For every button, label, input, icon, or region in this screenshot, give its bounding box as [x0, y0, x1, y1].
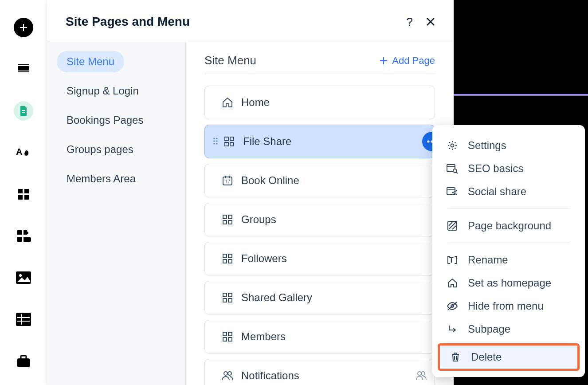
page-context-menu: Settings SEO basics Social share Page ba…: [432, 125, 585, 377]
svg-rect-32: [230, 142, 234, 146]
media-icon: [16, 271, 31, 284]
page-row-file-share[interactable]: File Share: [204, 125, 435, 158]
svg-rect-17: [16, 313, 31, 326]
svg-line-64: [456, 172, 458, 173]
svg-rect-7: [24, 189, 29, 193]
page-label: File Share: [243, 135, 291, 148]
background-icon: [447, 220, 458, 232]
svg-rect-38: [229, 176, 230, 178]
design-button[interactable]: A: [14, 143, 33, 162]
svg-point-23: [213, 138, 215, 139]
ctx-seo-basics[interactable]: SEO basics: [437, 157, 580, 180]
sidebar-item-members-area[interactable]: Members Area: [57, 168, 145, 189]
svg-rect-65: [447, 188, 455, 195]
grid-icon: [222, 214, 233, 225]
left-toolbar: A: [0, 0, 47, 385]
app-canvas: A Site Pages and Menu ?: [0, 0, 588, 385]
gear-icon: [447, 140, 458, 151]
briefcase-icon: [16, 354, 31, 368]
grid-icon: [222, 331, 233, 342]
panel-header: Site Pages and Menu ?: [47, 3, 454, 41]
panel-body: Site Menu Signup & Login Bookings Pages …: [47, 41, 454, 385]
ctx-label: Hide from menu: [468, 300, 544, 312]
sections-button[interactable]: [14, 59, 33, 79]
svg-rect-48: [223, 293, 227, 297]
ctx-social-share[interactable]: Social share: [437, 180, 580, 203]
ctx-label: Settings: [468, 139, 506, 152]
svg-rect-10: [17, 230, 22, 235]
page-row-shared-gallery[interactable]: Shared Gallery: [204, 281, 435, 314]
svg-rect-19: [17, 321, 30, 322]
page-row-book-online[interactable]: 17 Book Online: [204, 164, 435, 197]
svg-rect-22: [21, 356, 26, 359]
page-list: Home File Share: [204, 86, 435, 385]
ctx-page-background[interactable]: Page background: [437, 214, 580, 237]
sidebar-item-bookings-pages[interactable]: Bookings Pages: [57, 110, 153, 131]
ctx-subpage[interactable]: Subpage: [437, 318, 580, 341]
svg-rect-50: [223, 299, 227, 302]
page-label: Book Online: [241, 174, 299, 187]
svg-rect-18: [17, 317, 30, 318]
ctx-set-homepage[interactable]: Set as homepage: [437, 271, 580, 295]
panel-header-actions: ?: [407, 15, 435, 29]
svg-rect-54: [223, 338, 227, 341]
svg-rect-40: [223, 215, 227, 219]
home-icon: [222, 97, 233, 108]
add-page-button[interactable]: Add Page: [380, 55, 435, 67]
page-label: Members: [241, 330, 286, 343]
ctx-separator: [447, 243, 570, 243]
main-header: Site Menu Add Page: [204, 54, 435, 74]
svg-rect-30: [230, 137, 234, 141]
svg-rect-1: [18, 64, 29, 65]
page-label: Notifications: [241, 369, 299, 382]
main-content: Site Menu Add Page Home: [186, 41, 454, 385]
svg-rect-11: [17, 237, 22, 242]
media-button[interactable]: [14, 268, 33, 287]
ctx-settings[interactable]: Settings: [437, 134, 580, 157]
svg-point-33: [427, 140, 429, 142]
svg-rect-42: [223, 220, 227, 224]
page-row-members[interactable]: Members: [204, 320, 435, 354]
grid-icon: [223, 136, 235, 147]
svg-rect-6: [18, 189, 23, 193]
help-button[interactable]: ?: [407, 15, 413, 29]
svg-point-25: [213, 140, 215, 141]
add-button[interactable]: [14, 18, 33, 37]
data-button[interactable]: [14, 310, 33, 329]
apps-button[interactable]: [14, 185, 33, 204]
page-icon: [18, 105, 29, 117]
ctx-label: Delete: [471, 351, 502, 363]
ctx-delete-highlight: Delete: [438, 343, 580, 371]
ctx-separator: [447, 208, 570, 209]
sidebar-item-label: Members Area: [67, 173, 136, 185]
main-heading: Site Menu: [204, 54, 256, 67]
subpage-icon: [447, 323, 458, 335]
ctx-label: Rename: [468, 254, 508, 266]
svg-rect-45: [228, 254, 232, 258]
ctx-rename[interactable]: T Rename: [437, 248, 580, 271]
page-row-home[interactable]: Home: [204, 86, 435, 119]
drag-handle-icon[interactable]: [213, 137, 220, 146]
svg-text:A: A: [16, 147, 22, 157]
apps-icon: [17, 188, 30, 201]
page-row-followers[interactable]: Followers: [204, 242, 435, 275]
ctx-hide-from-menu[interactable]: Hide from menu: [437, 295, 580, 318]
page-row-groups[interactable]: Groups: [204, 203, 435, 236]
ctx-delete[interactable]: Delete: [440, 346, 577, 369]
pages-button[interactable]: [14, 101, 33, 121]
sidebar-item-site-menu[interactable]: Site Menu: [57, 51, 124, 72]
close-button[interactable]: [426, 17, 435, 26]
sidebar-item-signup-login[interactable]: Signup & Login: [57, 80, 149, 102]
svg-point-56: [224, 372, 227, 375]
sidebar-item-groups-pages[interactable]: Groups pages: [57, 139, 143, 160]
svg-rect-49: [228, 293, 232, 297]
pages-panel: Site Pages and Menu ? Site Menu Signup &…: [47, 0, 454, 385]
svg-rect-9: [24, 195, 29, 200]
svg-rect-53: [228, 332, 232, 336]
svg-rect-2: [18, 71, 29, 72]
plugins-button[interactable]: [14, 226, 33, 246]
page-row-notifications[interactable]: Notifications: [204, 359, 435, 385]
svg-rect-4: [22, 112, 25, 113]
business-button[interactable]: [14, 351, 33, 371]
svg-point-63: [453, 169, 457, 173]
